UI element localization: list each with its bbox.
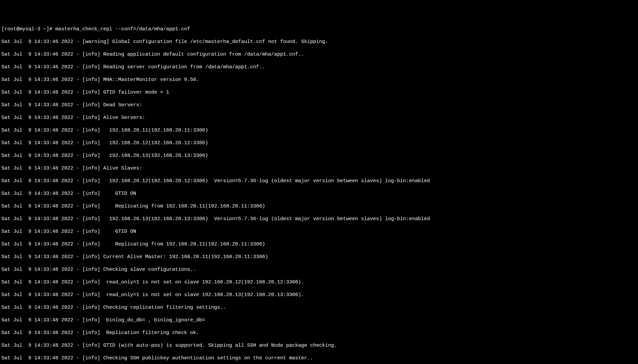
- log-line: Sat Jul 9 14:33:48 2022 - [info] binlog_…: [1, 317, 637, 323]
- log-line: Sat Jul 9 14:33:48 2022 - [info] read_on…: [1, 292, 637, 298]
- log-line: Sat Jul 9 14:33:48 2022 - [info] 192.168…: [1, 140, 637, 146]
- log-line: Sat Jul 9 14:33:48 2022 - [info] Dead Se…: [1, 102, 637, 108]
- log-line: Sat Jul 9 14:33:48 2022 - [info] Checkin…: [1, 266, 637, 273]
- log-line: Sat Jul 9 14:33:48 2022 - [info] Replica…: [1, 241, 637, 247]
- log-line: Sat Jul 9 14:33:46 2022 - [warning] Glob…: [1, 39, 637, 45]
- log-line: Sat Jul 9 14:33:48 2022 - [info] Alive S…: [1, 115, 637, 121]
- terminal-output[interactable]: [root@mysql-3 ~]# masterha_check_repl --…: [1, 26, 637, 364]
- log-line: Sat Jul 9 14:33:48 2022 - [info] GTID (w…: [1, 342, 637, 349]
- log-line: Sat Jul 9 14:33:48 2022 - [info] read_on…: [1, 279, 637, 285]
- shell-command: masterha_check_repl --conf=/data/mha/app…: [55, 26, 190, 32]
- log-line: Sat Jul 9 14:33:48 2022 - [info] 192.168…: [1, 216, 637, 222]
- log-line: Sat Jul 9 14:33:46 2022 - [info] MHA::Ma…: [1, 77, 637, 83]
- log-line: Sat Jul 9 14:33:48 2022 - [info] GTID ON: [1, 190, 637, 197]
- log-line: Sat Jul 9 14:33:48 2022 - [info] 192.168…: [1, 153, 637, 159]
- shell-prompt: [root@mysql-3 ~]#: [1, 26, 55, 32]
- log-line: Sat Jul 9 14:33:48 2022 - [info] GTID ON: [1, 228, 637, 235]
- log-line: Sat Jul 9 14:33:48 2022 - [info] Alive S…: [1, 165, 637, 172]
- log-line: Sat Jul 9 14:33:48 2022 - [info] 192.168…: [1, 178, 637, 184]
- log-line: Sat Jul 9 14:33:48 2022 - [info] GTID fa…: [1, 89, 637, 96]
- log-line: Sat Jul 9 14:33:48 2022 - [info] Replica…: [1, 203, 637, 209]
- log-line: Sat Jul 9 14:33:48 2022 - [info] Checkin…: [1, 355, 637, 361]
- command-line: [root@mysql-3 ~]# masterha_check_repl --…: [1, 26, 637, 32]
- log-line: Sat Jul 9 14:33:48 2022 - [info] Current…: [1, 254, 637, 260]
- log-line: Sat Jul 9 14:33:48 2022 - [info] Checkin…: [1, 304, 637, 311]
- log-line: Sat Jul 9 14:33:48 2022 - [info] Replica…: [1, 330, 637, 336]
- log-line: Sat Jul 9 14:33:46 2022 - [info] Reading…: [1, 64, 637, 70]
- log-line: Sat Jul 9 14:33:48 2022 - [info] 192.168…: [1, 127, 637, 134]
- log-line: Sat Jul 9 14:33:46 2022 - [info] Reading…: [1, 51, 637, 58]
